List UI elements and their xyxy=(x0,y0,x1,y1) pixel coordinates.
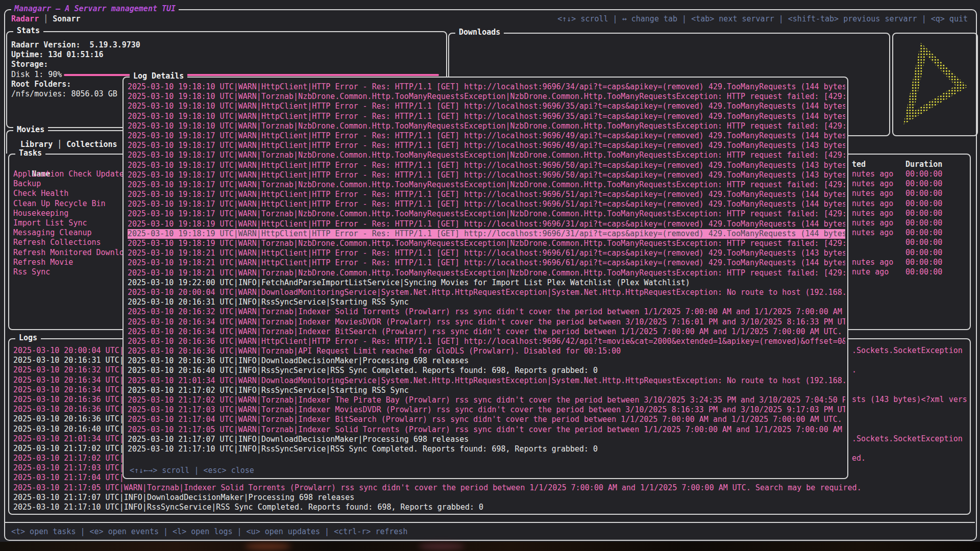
task-duration: 00:00:00 xyxy=(905,179,942,189)
task-duration: 00:00:00 xyxy=(905,258,942,267)
log-row-left: 2025-03-10 20:16:34 UTC| xyxy=(13,385,124,394)
tasks-col-duration: Duration xyxy=(905,160,942,169)
log-row-right-fragment: .Sockets.SocketException ( xyxy=(852,434,968,444)
modal-log-line[interactable]: 2025-03-10 19:18:10 UTC|WARN|Torznab|Nzb… xyxy=(128,92,845,102)
modal-log-line[interactable]: 2025-03-10 21:17:07 UTC|INFO|DownloadDec… xyxy=(128,435,845,444)
task-last-executed: nutes ago xyxy=(852,258,893,267)
modal-keybind-help: <↑↓←→> scroll | <esc> close xyxy=(130,466,254,475)
tasks-col-executed: ted xyxy=(852,160,866,169)
log-details-modal: Log Details 2025-03-10 19:18:10 UTC|WARN… xyxy=(122,77,848,479)
wallpaper-glow xyxy=(245,543,291,550)
log-row-left: 2025-03-10 21:01:34 UTC| xyxy=(13,434,124,443)
modal-log-line[interactable]: 2025-03-10 20:16:36 UTC|WARN|HttpClient|… xyxy=(128,337,845,346)
modal-log-line[interactable]: 2025-03-10 19:18:17 UTC|WARN|Torznab|Nzb… xyxy=(128,180,845,190)
tab-radarr[interactable]: Radarr xyxy=(11,14,39,23)
task-name: Backup xyxy=(13,179,41,188)
modal-log-line[interactable]: 2025-03-10 19:18:19 UTC|WARN|HttpClient|… xyxy=(128,229,845,239)
modal-log-line[interactable]: 2025-03-10 21:17:02 UTC|WARN|Torznab|Ind… xyxy=(128,395,845,405)
modal-log-line[interactable]: 2025-03-10 19:18:19 UTC|WARN|Torznab|Nzb… xyxy=(128,239,845,248)
task-duration: 00:00:00 xyxy=(905,248,942,258)
modal-log-line[interactable]: 2025-03-10 19:18:21 UTC|WARN|Torznab|Nzb… xyxy=(128,268,845,278)
modal-log-line[interactable]: 2025-03-10 19:18:21 UTC|WARN|HttpClient|… xyxy=(128,248,845,258)
stats-line: Storage: xyxy=(11,60,443,69)
modal-log-line[interactable]: 2025-03-10 21:17:02 UTC|INFO|RssSyncServ… xyxy=(128,386,845,395)
log-row-left: 2025-03-10 21:17:02 UTC| xyxy=(13,454,124,463)
logs-panel-title: Logs xyxy=(15,333,41,343)
task-duration: 00:00:00 xyxy=(905,169,942,179)
log-row-right-fragment: sts (143 bytes)<?xml versi xyxy=(852,395,968,405)
modal-log-line[interactable]: 2025-03-10 19:18:10 UTC|WARN|HttpClient|… xyxy=(128,82,845,92)
log-row[interactable]: 2025-03-10 21:17:05 UTC|WARN|Torznab|Ind… xyxy=(13,483,968,493)
modal-log-line[interactable]: 2025-03-10 20:16:34 UTC|WARN|Torznab|Ind… xyxy=(128,327,845,337)
task-name: Import List Sync xyxy=(13,218,87,228)
log-row[interactable]: 2025-03-10 21:17:07 UTC|INFO|DownloadDec… xyxy=(13,493,968,503)
modal-log-line[interactable]: 2025-03-10 21:17:10 UTC|INFO|RssSyncServ… xyxy=(128,444,845,454)
log-row-left: 2025-03-10 21:17:03 UTC| xyxy=(13,463,124,472)
log-row-left: 2025-03-10 20:16:36 UTC| xyxy=(13,405,124,414)
task-duration: 00:00:00 xyxy=(905,209,942,218)
task-name: Check Health xyxy=(13,189,68,198)
task-name: Application Check Update xyxy=(13,169,124,179)
modal-log-line[interactable]: 2025-03-10 20:16:36 UTC|WARN|Torznab|API… xyxy=(128,346,845,356)
task-duration: 00:00:00 xyxy=(905,238,942,247)
log-row-right-fragment: ed. xyxy=(852,454,866,463)
logo-panel xyxy=(892,33,978,136)
downloads-panel-title: Downloads xyxy=(455,28,504,37)
tab-sonarr[interactable]: Sonarr xyxy=(53,14,80,23)
log-row-left: 2025-03-10 21:17:04 UTC| xyxy=(13,473,124,482)
task-duration: 00:00:00 xyxy=(905,199,942,209)
modal-log-line[interactable]: 2025-03-10 19:18:17 UTC|WARN|HttpClient|… xyxy=(128,161,845,170)
task-last-executed: nute ago xyxy=(852,267,889,277)
bottom-keybind-help: <t> open tasks | <e> open events | <l> o… xyxy=(11,527,408,537)
task-last-executed: nutes ago xyxy=(852,169,893,179)
modal-log-line[interactable]: 2025-03-10 20:16:32 UTC|WARN|Torznab|Ind… xyxy=(128,307,845,317)
log-row[interactable]: 2025-03-10 21:17:10 UTC|INFO|RssSyncServ… xyxy=(13,503,968,512)
modal-log-line[interactable]: 2025-03-10 19:18:19 UTC|WARN|HttpClient|… xyxy=(128,219,845,229)
modal-log-line[interactable]: 2025-03-10 19:18:17 UTC|WARN|HttpClient|… xyxy=(128,190,845,199)
modal-log-line[interactable]: 2025-03-10 20:16:34 UTC|WARN|Torznab|Ind… xyxy=(128,317,845,327)
task-last-executed: nutes ago xyxy=(852,179,893,189)
task-duration: 00:00:00 xyxy=(905,218,942,228)
modal-log-line[interactable]: 2025-03-10 19:18:17 UTC|WARN|Torznab|Nzb… xyxy=(128,209,845,219)
task-name: Refresh Movie xyxy=(13,258,73,267)
modal-log-line[interactable]: 2025-03-10 21:17:05 UTC|WARN|Torznab|Ind… xyxy=(128,425,845,435)
task-last-executed: nutes ago xyxy=(852,209,893,218)
modal-log-line[interactable]: 2025-03-10 19:22:00 UTC|INFO|FetchAndPar… xyxy=(128,278,845,288)
log-row-left: 2025-03-10 20:00:04 UTC| xyxy=(13,346,124,355)
tasks-panel-title: Tasks xyxy=(15,148,45,158)
log-details-modal-title: Log Details xyxy=(130,71,187,81)
task-last-executed: nutes ago xyxy=(852,218,893,228)
modal-log-line[interactable]: 2025-03-10 19:18:17 UTC|WARN|HttpClient|… xyxy=(128,141,845,151)
log-row-right-fragment: . xyxy=(852,365,856,375)
log-details-lines: 2025-03-10 19:18:10 UTC|WARN|HttpClient|… xyxy=(128,82,845,463)
modal-log-line[interactable]: 2025-03-10 19:18:21 UTC|WARN|HttpClient|… xyxy=(128,258,845,268)
task-name: Messaging Cleanup xyxy=(13,228,92,237)
modal-log-line[interactable]: 2025-03-10 19:18:17 UTC|WARN|HttpClient|… xyxy=(128,170,845,180)
task-name: Refresh Monitored Downloads xyxy=(13,248,138,257)
task-duration: 00:00:00 xyxy=(905,228,942,238)
modal-log-line[interactable]: 2025-03-10 20:16:36 UTC|INFO|DownloadDec… xyxy=(128,356,845,366)
top-keybind-help: <↑↓> scroll | ↔ change tab | <tab> next … xyxy=(557,14,968,24)
modal-log-line[interactable]: 2025-03-10 20:16:40 UTC|INFO|RssSyncServ… xyxy=(128,366,845,375)
modal-log-line[interactable]: 2025-03-10 19:18:17 UTC|WARN|Torznab|Nzb… xyxy=(128,151,845,160)
task-last-executed: nutes ago xyxy=(852,199,893,209)
log-row-left: 2025-03-10 20:16:32 UTC| xyxy=(13,365,124,374)
modal-log-line[interactable]: 2025-03-10 21:01:34 UTC|WARN|DownloadMon… xyxy=(128,376,845,386)
task-duration: 00:00:00 xyxy=(905,189,942,198)
stats-line: Uptime: 13d 01:51:16 xyxy=(11,50,443,60)
log-row-left: 2025-03-10 20:16:36 UTC| xyxy=(13,395,124,404)
modal-log-line[interactable]: 2025-03-10 19:18:10 UTC|WARN|Torznab|Nzb… xyxy=(128,121,845,131)
modal-log-line[interactable]: 2025-03-10 19:18:10 UTC|WARN|HttpClient|… xyxy=(128,112,845,121)
log-row-left: 2025-03-10 20:16:36 UTC| xyxy=(13,414,124,423)
task-duration: 00:00:00 xyxy=(905,267,942,277)
modal-log-line[interactable]: 2025-03-10 19:18:17 UTC|WARN|HttpClient|… xyxy=(128,131,845,141)
tab-separator: │ xyxy=(39,14,53,23)
modal-log-line[interactable]: 2025-03-10 20:16:31 UTC|INFO|RssSyncServ… xyxy=(128,297,845,307)
task-name: Clean Up Recycle Bin xyxy=(13,199,106,208)
modal-log-line[interactable]: 2025-03-10 20:00:04 UTC|WARN|DownloadMon… xyxy=(128,288,845,297)
task-last-executed: nutes ago xyxy=(852,228,893,238)
modal-log-line[interactable]: 2025-03-10 21:17:04 UTC|WARN|Torznab|Ind… xyxy=(128,415,845,424)
modal-log-line[interactable]: 2025-03-10 21:17:03 UTC|WARN|Torznab|Ind… xyxy=(128,405,845,415)
modal-log-line[interactable]: 2025-03-10 19:18:10 UTC|WARN|HttpClient|… xyxy=(128,102,845,111)
modal-log-line[interactable]: 2025-03-10 19:18:17 UTC|WARN|HttpClient|… xyxy=(128,199,845,209)
